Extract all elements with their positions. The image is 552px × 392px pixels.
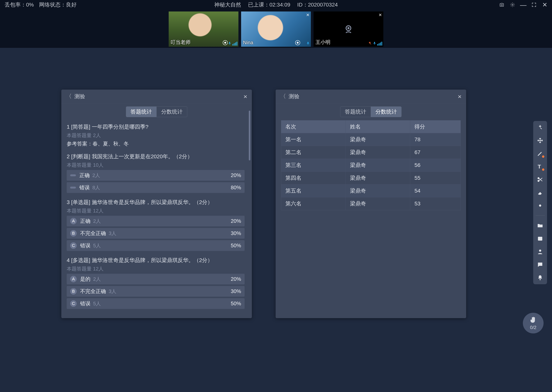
col-score: 得分: [410, 120, 461, 133]
option-row: A是的2人20%: [67, 274, 245, 284]
cell-name: 梁鼎奇: [346, 133, 410, 146]
cell-rank: 第二名: [281, 146, 346, 159]
tab-answers[interactable]: 答题统计: [340, 106, 371, 117]
video-tile-teacher[interactable]: 叮当老师: [169, 12, 239, 47]
camera-off-icon: [341, 23, 355, 35]
option-badge-icon: A: [70, 218, 77, 224]
settings-gear-icon[interactable]: [510, 2, 515, 7]
option-text: 正确: [80, 218, 90, 224]
option-badge-icon: C: [70, 242, 77, 249]
question-block: 2 [判断题] 我国宪法上一次更新是在2020年。（2分）本题答题量 10人正确…: [67, 153, 245, 193]
option-text: 不完全正确: [80, 230, 106, 237]
col-name: 姓名: [346, 120, 410, 133]
brightness-tool-icon[interactable]: [536, 202, 544, 210]
table-row: 第五名梁鼎奇54: [281, 184, 461, 197]
option-count: 2人: [93, 218, 101, 224]
question-sub: 本题答题量 12人: [67, 208, 245, 214]
svg-point-0: [501, 4, 502, 6]
mic-muted-icon: [368, 41, 372, 46]
tab-answers[interactable]: 答题统计: [126, 106, 157, 117]
top-status-bar: 丢包率：0% 网络状态：良好 神秘大自然 已上课：02:34:09 ID：202…: [0, 0, 552, 10]
cell-score: 56: [410, 159, 461, 172]
option-row: C错误5人50%: [67, 240, 245, 251]
option-badge-icon: B: [70, 230, 77, 237]
option-row: B不完全正确3人30%: [67, 228, 245, 239]
tile-close-icon[interactable]: ×: [306, 12, 309, 18]
questions-list[interactable]: 1 [简答题] 一年四季分别是哪四季?本题答题量 2人参考答案：春、夏、秋、冬2…: [67, 119, 247, 314]
close-icon[interactable]: ×: [243, 93, 247, 100]
option-pct: 20%: [231, 218, 241, 224]
user-tool-icon[interactable]: [536, 248, 544, 256]
bell-tool-icon[interactable]: [536, 274, 544, 281]
chat-tool-icon[interactable]: [536, 261, 544, 269]
video-name-label: Nina: [243, 40, 253, 46]
back-icon[interactable]: 〈: [66, 92, 72, 100]
option-text: 错误: [79, 184, 90, 191]
option-badge-icon: B: [70, 288, 77, 294]
option-pct: 50%: [231, 243, 241, 249]
video-tile-student-1[interactable]: × Nina: [241, 12, 311, 47]
pointer-tool-icon[interactable]: [536, 124, 544, 131]
cell-name: 梁鼎奇: [346, 197, 410, 210]
option-row: 错误8人80%: [67, 182, 245, 193]
question-sub: 本题答题量 10人: [67, 162, 245, 168]
option-pct: 30%: [231, 231, 241, 236]
option-count: 2人: [92, 172, 100, 179]
option-count: 5人: [93, 242, 101, 249]
question-block: 4 [多选题] 施华洛世奇是反华品牌，所以梁鼎琪反华。（2分）本题答题量 12人…: [67, 257, 245, 309]
courseware-tool-icon[interactable]: [536, 235, 544, 243]
svg-rect-9: [538, 237, 542, 241]
option-row: A正确2人20%: [67, 216, 245, 226]
question-title: 4 [多选题] 施华洛世奇是反华品牌，所以梁鼎琪反华。（2分）: [67, 257, 245, 264]
packet-loss: 丢包率：0%: [5, 1, 34, 8]
minimize-icon[interactable]: —: [521, 2, 526, 7]
option-pct: 80%: [231, 185, 241, 191]
reference-answer: 参考答案：春、夏、秋、冬: [67, 140, 245, 147]
cell-rank: 第一名: [281, 133, 346, 146]
session-id: ID：2020070324: [297, 1, 338, 8]
close-icon[interactable]: ×: [458, 93, 462, 100]
table-row: 第一名梁鼎奇78: [281, 133, 461, 146]
move-tool-icon[interactable]: [536, 137, 544, 144]
question-title: 3 [单选题] 施华洛世奇是反华品牌，所以梁鼎琪反华。（2分）: [67, 199, 245, 206]
folder-tool-icon[interactable]: [536, 222, 544, 230]
recording-indicator-icon: [295, 40, 300, 45]
cell-name: 梁鼎奇: [346, 159, 410, 172]
option-pct: 30%: [231, 288, 241, 294]
tile-close-icon[interactable]: ×: [379, 12, 382, 18]
cell-name: 梁鼎奇: [346, 146, 410, 159]
video-name-label: 王小明: [315, 39, 330, 46]
option-badge-icon: A: [70, 276, 77, 282]
text-tool-icon[interactable]: T: [536, 163, 544, 170]
cell-score: 67: [410, 146, 461, 159]
cell-score: 54: [410, 184, 461, 197]
svg-point-10: [539, 250, 541, 252]
hand-icon: [529, 316, 537, 324]
question-title: 1 [简答题] 一年四季分别是哪四季?: [67, 123, 245, 131]
back-icon[interactable]: 〈: [280, 92, 286, 100]
pen-tool-icon[interactable]: [536, 150, 544, 157]
svg-text:T: T: [538, 163, 541, 170]
question-sub: 本题答题量 2人: [67, 132, 245, 139]
tab-scores[interactable]: 分数统计: [371, 106, 401, 117]
tab-scores[interactable]: 分数统计: [157, 106, 187, 117]
right-toolbar: T: [533, 121, 547, 284]
option-row: 正确2人20%: [67, 170, 245, 181]
cell-rank: 第三名: [281, 159, 346, 172]
answers-panel: 〈 测验 × 答题统计 分数统计 1 [简答题] 一年四季分别是哪四季?本题答题…: [61, 90, 252, 318]
mic-icon: [306, 41, 310, 46]
camera-switch-icon[interactable]: [499, 2, 504, 7]
option-count: 8人: [92, 184, 100, 191]
table-row: 第六名梁鼎奇53: [281, 197, 461, 210]
cell-name: 梁鼎奇: [346, 184, 410, 197]
hand-raise-badge[interactable]: 0/2: [523, 313, 544, 333]
video-tile-student-2[interactable]: × 王小明: [313, 12, 383, 47]
scissors-tool-icon[interactable]: [536, 176, 544, 183]
network-status: 网络状态：良好: [39, 1, 77, 8]
cell-score: 78: [410, 133, 461, 146]
close-window-icon[interactable]: ✕: [542, 2, 547, 7]
video-name-label: 叮当老师: [171, 39, 190, 46]
fullscreen-icon[interactable]: [531, 2, 537, 7]
svg-point-1: [512, 4, 513, 6]
eraser-tool-icon[interactable]: [536, 189, 544, 196]
